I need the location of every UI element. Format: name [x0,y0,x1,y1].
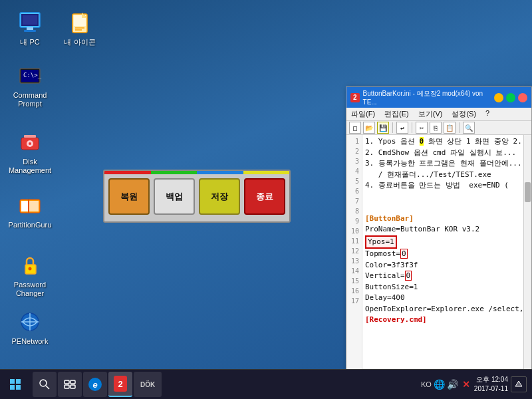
notepad-content-area: 12345 678910 1112131415 1617 1. Ypos 옵션 … [346,135,531,372]
close-button[interactable] [518,93,527,102]
taskbar-clock: 오후 12:04 2017-07-11 [474,375,508,394]
svg-point-16 [29,142,31,145]
mypc-label: 내 PC [20,38,39,47]
svg-point-31 [40,380,47,386]
svg-rect-35 [65,385,69,388]
svg-rect-2 [24,30,36,32]
line-numbers: 12345 678910 1112131415 1617 [346,135,362,372]
menu-settings[interactable]: 설정(S) [450,108,478,120]
svg-rect-27 [10,379,15,384]
toolbar-cut[interactable]: ✂ [416,122,428,134]
desktop-icon-password[interactable]: PasswordChanger [7,249,53,301]
dok-label: DÖK [140,381,155,388]
bb-btn-white[interactable]: 백업 [154,178,195,215]
start-button[interactable] [0,370,30,400]
svg-rect-19 [21,201,28,211]
notepad-scrollbar[interactable] [523,135,531,372]
toolbar-copy[interactable]: ⎘ [430,122,442,134]
menu-view[interactable]: 보기(V) [416,108,445,120]
taskbar-search[interactable] [33,372,57,397]
svg-rect-29 [10,385,15,390]
cmd-label: CommandPrompt [13,91,47,108]
cmd-icon: C:\>_ [17,63,43,89]
svg-text:C:\>_: C:\>_ [23,72,42,78]
taskbar-right: KO 🌐 🔊 ✕ 오후 12:04 2017-07-11 [416,370,532,399]
desktop-icon-disk[interactable]: DiskManagement [7,126,53,178]
text-line-5: 4. 종료버튼을 만드는 방법 exe=END ( [365,180,521,192]
partition-label: PartitionGuru [9,221,52,229]
text-line-9: ProName=ButtonBar KOR v3.2 [365,224,521,235]
taskbar: e 2 DÖK KO 🌐 🔊 ✕ 오후 12:04 2017-07-11 [0,369,532,399]
toolbar-open[interactable]: 📂 [363,122,375,134]
taskbar-task-view[interactable] [58,372,82,397]
svg-rect-17 [24,135,36,138]
menu-help[interactable]: ? [483,108,491,120]
svg-rect-36 [70,385,75,388]
svg-point-23 [29,267,32,271]
menu-edit[interactable]: 편집(E) [382,108,411,120]
toolbar-search[interactable]: 🔍 [463,122,475,134]
taskbar-item-2[interactable]: 2 [108,372,132,397]
text-line-8: [ButtonBar] [365,213,521,225]
toolbar-paste[interactable]: 📋 [444,122,456,134]
text-line-13: Vertical=0 [365,271,521,282]
notification-button[interactable] [511,376,527,392]
disk-label: DiskManagement [9,158,51,175]
taskbar-edge[interactable]: e [83,372,107,397]
mypc-icon [17,9,43,36]
svg-rect-34 [70,380,75,384]
text-line-12: Color=3f3f3f [365,260,521,271]
taskbar-items: e 2 DÖK [30,370,416,399]
notepad-title: ButtonBarKor.ini - 메모장2 mod(x64) von TE.… [363,89,494,106]
desktop-icon-cmd[interactable]: C:\>_ CommandPrompt [7,60,53,111]
text-line-15: Delay=400 [365,293,521,304]
penet-label: PENetwork [11,337,48,346]
svg-line-32 [46,386,49,389]
toolbar-new[interactable]: □ [349,122,361,134]
myaikon-label: 내 아이콘 [64,38,95,47]
text-content[interactable]: 1. Ypos 옵션 0 화면 상단 1 화면 중앙 2... 2. CmdSh… [362,135,523,372]
text-line-10: Ypos=1 [365,235,521,249]
tray-network-icon[interactable]: 🌐 [434,379,445,390]
desktop-icon-myaikon[interactable]: 내 아이콘 [57,7,103,49]
taskbar-dok[interactable]: DÖK [134,372,162,397]
text-line-2: 2. CmdShow 옵션 cmd 파일 실행시 보... [365,148,521,159]
notepad-badge: 2 [350,93,360,102]
maximize-button[interactable] [506,93,515,102]
text-line-3: 3. 등록가능한 프로그램은 현재 폴더안에... [365,158,521,170]
text-line-7 [365,202,521,213]
svg-rect-28 [16,379,21,384]
menu-file[interactable]: 파일(F) [349,108,377,120]
toolbar-save[interactable]: 💾 [377,122,389,134]
text-line-1: 1. Ypos 옵션 0 화면 상단 1 화면 중앙 2... [365,136,521,148]
text-line-16: OpenToExplorer=Explorer.exe /select,... [365,304,521,315]
lang-ko: KO [421,380,432,388]
desktop-icon-mypc[interactable]: 내 PC [7,7,53,49]
text-line-6 [365,192,521,203]
tray-x-icon[interactable]: ✕ [461,379,471,390]
text-line-11: Topmost=0 [365,249,521,260]
password-icon [17,252,43,279]
svg-rect-20 [29,201,39,211]
desktop: 내 PC 내 아이콘 C:\>_ CommandPrompt [0,0,532,369]
system-tray: 🌐 🔊 ✕ [434,379,471,390]
svg-rect-4 [23,15,37,25]
notepad-window: 2 ButtonBarKor.ini - 메모장2 mod(x64) von T… [346,86,532,372]
clock-date: 2017-07-11 [474,384,508,394]
task-badge-2: 2 [114,376,127,392]
bb-btn-end[interactable]: 종료 [244,178,285,215]
notepad-menu: 파일(F) 편집(E) 보기(V) 설정(S) ? [346,108,531,121]
desktop-icon-penet[interactable]: PENetwork [7,306,53,348]
partition-icon [17,192,43,219]
text-line-4: / 현재폴더.../Test/TEST.exe [365,170,521,181]
clock-time: 오후 12:04 [474,375,508,384]
toolbar-undo[interactable]: ↩ [396,122,408,134]
bb-btn-restore[interactable]: 복원 [108,178,150,215]
tray-volume-icon[interactable]: 🔊 [448,379,458,390]
minimize-button[interactable] [494,93,503,102]
bb-btn-save[interactable]: 저장 [199,178,240,215]
scrollbar-thumb [525,182,531,202]
desktop-icon-partition[interactable]: PartitionGuru [7,190,53,232]
text-line-17: [Recovery.cmd] [365,315,521,326]
notepad-toolbar: □ 📂 💾 ↩ ✂ ⎘ 📋 🔍 [346,121,531,135]
